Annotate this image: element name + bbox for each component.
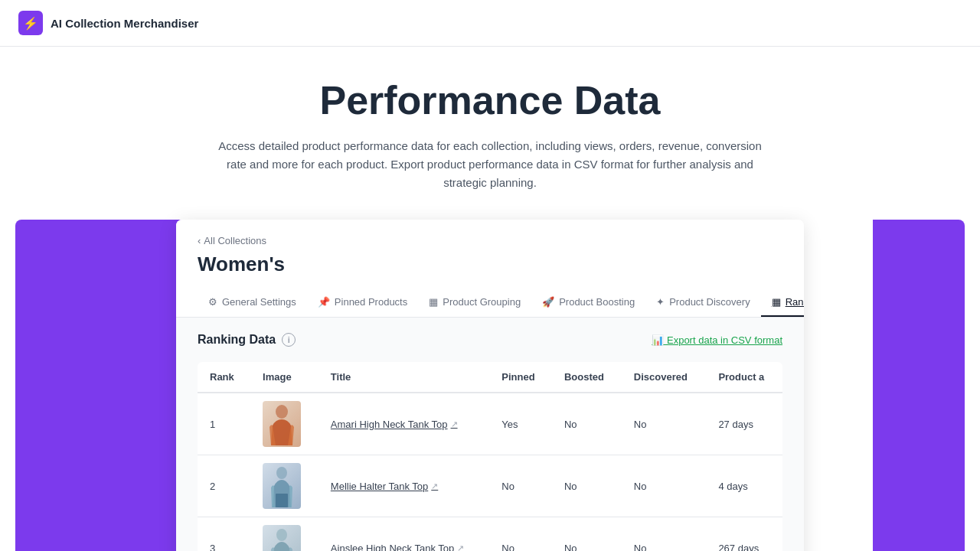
rank-cell: 3 [198, 517, 250, 552]
gear-icon: ⚙ [208, 296, 217, 308]
external-link-icon: ↗ [457, 543, 464, 552]
collection-title: Women's [198, 253, 782, 276]
app-title: AI Collection Merchandiser [51, 17, 198, 30]
section-header: Ranking Data i 📊 Export data in CSV form… [198, 333, 782, 347]
tab-general[interactable]: ⚙ General Settings [198, 289, 307, 317]
svg-point-0 [276, 405, 288, 419]
age-cell: 27 days [706, 393, 782, 455]
product-svg-3 [265, 527, 299, 551]
logo-icon: ⚡ [18, 11, 43, 35]
table-row: 1 [198, 393, 782, 455]
image-cell [250, 455, 318, 517]
page-description: Access detailed product performance data… [214, 137, 766, 192]
title-cell: Mellie Halter Tank Top ↗ [318, 455, 489, 517]
rank-cell: 2 [198, 455, 250, 517]
info-icon[interactable]: i [282, 333, 296, 347]
discovered-cell: No [622, 455, 707, 517]
product-svg-1 [265, 403, 299, 445]
pinned-cell: No [489, 455, 552, 517]
product-link-1[interactable]: Amari High Neck Tank Top ↗ [331, 419, 477, 430]
ranking-table: Rank Image Title Pinned Boosted Discover… [198, 362, 782, 551]
boosted-cell: No [552, 393, 622, 455]
product-image-3 [263, 525, 301, 551]
tab-grouping[interactable]: ▦ Product Grouping [418, 289, 531, 317]
section-title-group: Ranking Data i [198, 333, 296, 347]
grid-icon: ▦ [429, 296, 438, 308]
discovery-icon: ✦ [656, 296, 665, 308]
product-image-1 [263, 401, 301, 447]
external-link-icon: ↗ [451, 419, 458, 429]
pinned-cell: Yes [489, 393, 552, 455]
pin-icon: 📌 [318, 296, 330, 308]
product-image-2 [263, 463, 301, 509]
col-pinned: Pinned [489, 362, 552, 393]
app-frame: ‹ All Collections Women's ⚙ General Sett… [176, 220, 804, 551]
title-cell: Amari High Neck Tank Top ↗ [318, 393, 489, 455]
content-area: Ranking Data i 📊 Export data in CSV form… [176, 318, 804, 551]
main-content: Performance Data Access detailed product… [0, 47, 980, 551]
svg-rect-2 [276, 494, 288, 507]
app-logo: ⚡ AI Collection Merchandiser [18, 11, 198, 35]
age-cell: 4 days [706, 455, 782, 517]
image-cell [250, 517, 318, 552]
discovered-cell: No [622, 517, 707, 552]
rank-cell: 1 [198, 393, 250, 455]
section-title-text: Ranking Data [198, 333, 276, 347]
col-product-age: Product a [706, 362, 782, 393]
col-image: Image [250, 362, 318, 393]
tab-discovery[interactable]: ✦ Product Discovery [645, 289, 760, 317]
table-header-row: Rank Image Title Pinned Boosted Discover… [198, 362, 782, 393]
image-cell [250, 393, 318, 455]
export-csv-button[interactable]: 📊 Export data in CSV format [652, 334, 782, 346]
discovered-cell: No [622, 393, 707, 455]
tab-boosting[interactable]: 🚀 Product Boosting [531, 289, 645, 317]
table-row: 3 [198, 517, 782, 552]
page-title: Performance Data [319, 77, 660, 123]
svg-point-1 [276, 467, 287, 479]
age-cell: 267 days [706, 517, 782, 552]
product-link-3[interactable]: Ainslee High Neck Tank Top ↗ [331, 543, 477, 552]
svg-point-3 [276, 529, 287, 541]
back-link[interactable]: ‹ All Collections [198, 235, 782, 246]
pinned-cell: No [489, 517, 552, 552]
col-discovered: Discovered [622, 362, 707, 393]
product-link-2[interactable]: Mellie Halter Tank Top ↗ [331, 481, 477, 492]
table-row: 2 [198, 455, 782, 517]
app-header: ‹ All Collections Women's ⚙ General Sett… [176, 220, 804, 318]
title-cell: Ainslee High Neck Tank Top ↗ [318, 517, 489, 552]
content-wrapper: ‹ All Collections Women's ⚙ General Sett… [15, 220, 965, 551]
boosted-cell: No [552, 455, 622, 517]
tab-ranking[interactable]: ▦ Ranking Data [761, 289, 804, 317]
chevron-left-icon: ‹ [198, 235, 201, 246]
col-boosted: Boosted [552, 362, 622, 393]
ranking-icon: ▦ [772, 296, 781, 308]
tab-navigation: ⚙ General Settings 📌 Pinned Products ▦ P… [198, 289, 782, 317]
product-svg-2 [265, 465, 299, 507]
col-title: Title [318, 362, 489, 393]
top-navigation: ⚡ AI Collection Merchandiser [0, 0, 980, 47]
col-rank: Rank [198, 362, 250, 393]
rocket-icon: 🚀 [542, 296, 554, 308]
tab-pinned[interactable]: 📌 Pinned Products [307, 289, 418, 317]
external-link-icon: ↗ [431, 481, 438, 491]
purple-right-bg [873, 220, 965, 551]
purple-left-bg [15, 220, 195, 551]
boosted-cell: No [552, 517, 622, 552]
